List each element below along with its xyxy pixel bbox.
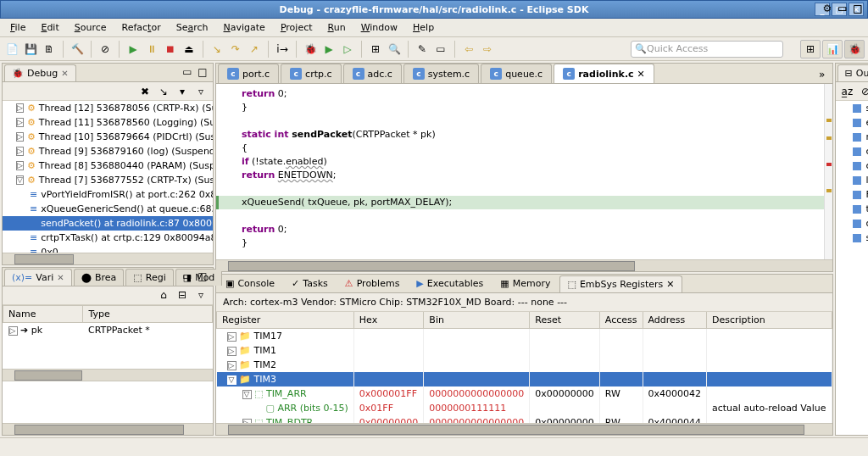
debug-button[interactable]: 🐞 [302,41,319,58]
minimize-view-button[interactable]: ▭ [181,65,194,79]
editor-tab-system[interactable]: csystem.c [403,64,479,83]
forward-button[interactable]: ⇨ [479,41,496,58]
close-icon[interactable]: ✕ [57,273,64,282]
menu-file[interactable]: File [3,20,32,35]
open-type-button[interactable]: ⊞ [367,41,384,58]
col-access[interactable]: Access [599,312,643,329]
menu-edit[interactable]: Edit [34,20,65,35]
console-config-button[interactable]: ⚙ [821,2,834,15]
close-icon[interactable]: ✕ [666,279,674,290]
menu-help[interactable]: Help [406,20,441,35]
memory-tab[interactable]: ▦ Memory [492,275,558,292]
variable-row[interactable]: ▷ ➔ pkCRTPPacket * [3,322,213,337]
variables-table[interactable]: NameType ▷ ➔ pkCRTPPacket * [3,305,213,337]
minimize-view-button[interactable]: ▭ [181,270,194,283]
editor-list-button[interactable]: » [814,66,831,83]
vars-menu-button[interactable]: ▿ [192,286,209,303]
toggle-block-button[interactable]: ▭ [432,41,449,58]
variables-view-tab[interactable]: (x)= Vari ✕ [4,269,72,286]
instruction-step-button[interactable]: i→ [274,41,291,58]
col-description[interactable]: Description [707,312,832,329]
toggle-mark-button[interactable]: ✎ [414,41,431,58]
menu-window[interactable]: Window [354,20,404,35]
save-button[interactable]: 💾 [22,41,39,58]
outline-view-tab[interactable]: ⊟ Outline ✕ [837,64,868,81]
outline-tree[interactable]: stdbool.h errno.h nrf24l01.h crtp.h conf… [836,101,868,435]
registers-view-tab[interactable]: ⬚ Regi [125,269,173,286]
minimize-view-button[interactable]: ▭ [836,2,849,15]
console-tab[interactable]: ▣ Console [218,275,282,292]
collapse-button[interactable]: ⊟ [174,286,191,303]
col-name[interactable]: Name [3,305,83,322]
col-type[interactable]: Type [83,305,213,322]
editor-scrollbar-h[interactable] [216,259,832,271]
menu-project[interactable]: Project [274,20,320,35]
terminate-button[interactable]: ⏹ [162,41,179,58]
editor-tab-queue[interactable]: cqueue.c [481,64,552,83]
debug-menu-button[interactable]: ▿ [192,83,209,100]
code-editor[interactable]: return return 0;0; } static int sendPack… [216,84,832,259]
stackframe-icon: ≡ [30,247,37,253]
col-register[interactable]: Register [217,312,354,329]
disconnect-button[interactable]: ⏏ [181,41,198,58]
register-row: ▷ ⬚ TIM_BDTR0x0000000000000000000000000x… [217,415,832,423]
open-perspective-button[interactable]: ⊞ [800,40,821,58]
vars-scrollbar-h[interactable] [3,369,213,381]
search-button[interactable]: 🔍 [386,41,403,58]
resume-button[interactable]: ▶ [125,41,142,58]
executables-tab[interactable]: ▶ Executables [409,275,491,292]
variable-detail-pane[interactable] [3,381,213,423]
menu-navigate[interactable]: Navigate [217,20,272,35]
register-table[interactable]: Register Hex Bin Reset Access Address De… [216,312,832,423]
debug-view-tab[interactable]: 🐞 Debug ✕ [4,64,76,81]
embsys-registers-tab[interactable]: ⬚ EmbSys Registers ✕ [559,275,682,292]
console-scrollbar-h[interactable] [216,423,832,435]
maximize-view-button[interactable]: □ [196,65,209,79]
debug-dropdown-button[interactable]: ▾ [174,83,191,100]
col-reset[interactable]: Reset [530,312,600,329]
stackframe-icon: ≡ [30,189,37,200]
run-button[interactable]: ▶ [320,41,337,58]
menu-source[interactable]: Source [68,20,114,35]
menu-run[interactable]: Run [321,20,353,35]
header-file-icon [853,176,861,185]
run-last-button[interactable]: ▷ [339,41,356,58]
col-address[interactable]: Address [643,312,707,329]
new-button[interactable]: 📄 [3,41,20,58]
suspend-button[interactable]: ⏸ [143,41,160,58]
editor-tab-radiolink[interactable]: cradiolink.c ✕ [554,64,654,83]
debug-tree[interactable]: ▷⚙Thread [12] 536878056 (CRTP-Rx) (Suspe… [3,101,213,253]
col-bin[interactable]: Bin [424,312,530,329]
debug-remove-button[interactable]: ✖ [136,83,153,100]
save-all-button[interactable]: 🗎 [41,41,58,58]
step-into-button[interactable]: ↘ [209,41,225,58]
tasks-tab[interactable]: ✓ Tasks [284,275,336,292]
editor-tab-port[interactable]: cport.c [218,64,279,83]
maximize-view-button[interactable]: □ [851,2,865,15]
build-button[interactable]: 🔨 [69,41,86,58]
col-hex[interactable]: Hex [353,312,424,329]
step-over-button[interactable]: ↷ [227,41,244,58]
skip-breakpoints-button[interactable]: ⊘ [97,41,114,58]
editor-tab-crtp[interactable]: ccrtp.c [281,64,341,83]
editor-tab-adc[interactable]: cadc.c [343,64,402,83]
step-return-button[interactable]: ↗ [246,41,263,58]
menu-search[interactable]: Search [170,20,215,35]
quick-access-input[interactable]: 🔍 Quick Access [631,41,783,58]
debug-step-filter-button[interactable]: ↘ [155,83,172,100]
menu-refactor[interactable]: Refactor [115,20,168,35]
overview-ruler[interactable] [824,84,832,259]
problems-tab[interactable]: ⚠ Problems [337,275,408,292]
maximize-view-button[interactable]: □ [196,270,209,283]
close-icon[interactable]: ✕ [61,69,68,78]
debug-scrollbar-h[interactable] [3,253,213,264]
breakpoints-view-tab[interactable]: ⬤ Brea [74,269,125,286]
back-button[interactable]: ⇦ [460,41,477,58]
outline-sort-button[interactable]: a̲z [839,83,856,100]
detail-scrollbar-h[interactable] [3,423,213,435]
show-type-button[interactable]: ⌂ [155,286,172,303]
perspective-debug-button[interactable]: 🐞 [844,40,865,58]
outline-hide-fields-button[interactable]: ⊘ [857,83,868,100]
perspective-java-button[interactable]: 📊 [822,40,843,58]
close-icon[interactable]: ✕ [637,69,645,80]
